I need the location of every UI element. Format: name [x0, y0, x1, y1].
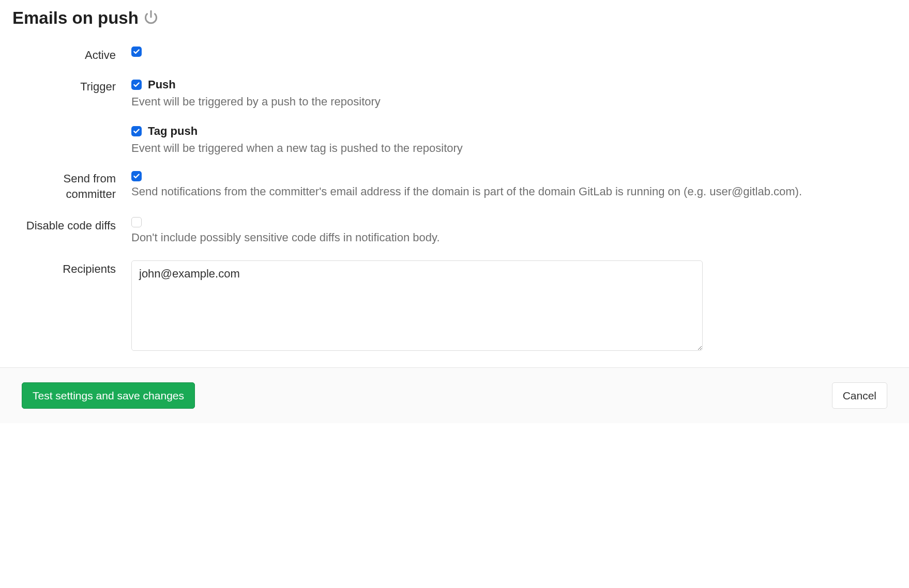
recipients-label: Recipients	[12, 260, 131, 277]
disable-diffs-label: Disable code diffs	[12, 217, 131, 234]
tag-push-help: Event will be triggered when a new tag i…	[131, 140, 892, 157]
tag-push-checkbox[interactable]	[131, 126, 142, 136]
active-label: Active	[12, 47, 131, 64]
power-icon	[144, 10, 158, 26]
push-checkbox[interactable]	[131, 80, 142, 90]
send-from-committer-help: Send notifications from the committer's …	[131, 183, 892, 200]
active-checkbox[interactable]	[131, 47, 142, 57]
disable-diffs-help: Don't include possibly sensitive code di…	[131, 229, 892, 246]
form-footer: Test settings and save changes Cancel	[0, 367, 909, 423]
send-from-committer-label: Send from committer	[12, 171, 131, 203]
save-button[interactable]: Test settings and save changes	[22, 382, 195, 409]
page-title: Emails on push	[12, 8, 897, 28]
send-from-committer-checkbox[interactable]	[131, 171, 142, 181]
recipients-input[interactable]	[131, 260, 703, 351]
trigger-label: Trigger	[12, 78, 131, 95]
page-title-text: Emails on push	[12, 8, 139, 28]
push-help: Event will be triggered by a push to the…	[131, 94, 892, 110]
cancel-button[interactable]: Cancel	[832, 382, 887, 409]
disable-diffs-checkbox[interactable]	[131, 217, 142, 227]
push-label: Push	[148, 78, 176, 91]
tag-push-label: Tag push	[148, 125, 198, 138]
